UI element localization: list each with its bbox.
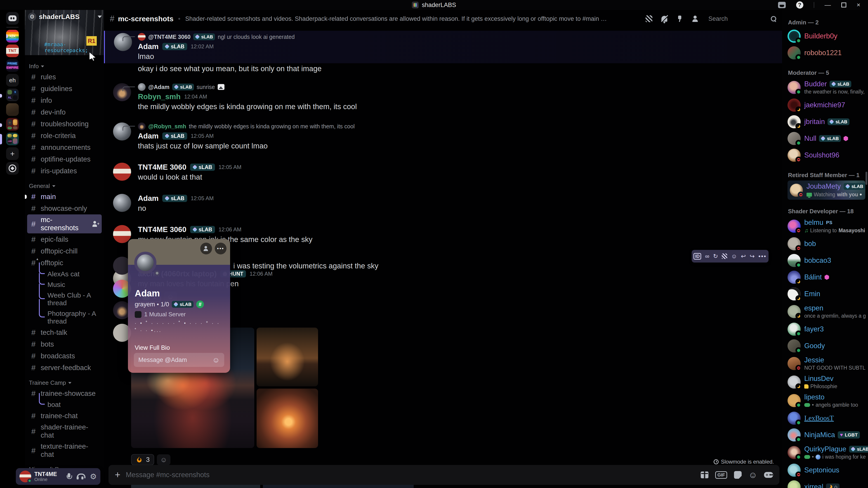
member-row[interactable]: robobo1221 [787, 44, 866, 61]
server-folder-2[interactable]: ☺ [6, 118, 19, 131]
create-invite-icon[interactable] [92, 221, 99, 227]
message[interactable]: okay i do see what you mean, but its onl… [104, 63, 782, 74]
add-reaction-button[interactable]: ☺ [157, 454, 170, 465]
avatar[interactable] [113, 225, 131, 243]
more-actions-icon[interactable]: ••• [758, 253, 767, 260]
avatar[interactable] [113, 194, 131, 212]
reaction-fire[interactable]: 3 [131, 454, 154, 465]
server-icon-pride-code[interactable]: </> [6, 30, 19, 42]
channel-announcements[interactable]: #announcements [27, 142, 102, 153]
channel-texture-trainee-chat[interactable]: #texture-trainee-chat [27, 441, 102, 460]
server-header[interactable]: ⚙ shaderLABS [28, 13, 102, 21]
member-list-icon[interactable] [692, 15, 700, 22]
settings-gear-icon[interactable]: ⚙ [90, 472, 97, 481]
channel-iris-updates[interactable]: #iris-updates [27, 165, 102, 177]
server-icon-tnt[interactable]: TNT [6, 44, 19, 57]
member-row[interactable]: jaekmichie97 [787, 97, 866, 113]
message-author[interactable]: Adam [138, 42, 159, 51]
profile-message-input[interactable]: Message @Adam ☺ [134, 353, 224, 367]
member-row[interactable]: Goody [787, 337, 866, 354]
add-friend-icon[interactable] [200, 242, 212, 254]
member-row[interactable]: Bálint [787, 269, 866, 286]
member-row[interactable]: bob [787, 235, 866, 252]
server-icon-prime-empire[interactable]: PRIMEEMPIRE [6, 59, 19, 72]
microphone-icon[interactable] [66, 473, 71, 480]
message[interactable]: TNT4ME 3060 sLAB 12:05 AM would u look a… [104, 160, 782, 184]
channel-epic-fails[interactable]: #epic-fails [27, 234, 102, 245]
emoji-picker-icon[interactable]: ☺ [748, 470, 757, 479]
channel-main[interactable]: #main [27, 191, 102, 202]
sticker-icon[interactable] [734, 471, 742, 479]
channel-mc-screenshots[interactable]: #mc-screenshots [27, 215, 102, 233]
reply-author[interactable]: @Adam [148, 84, 169, 90]
create-thread-icon[interactable] [722, 254, 727, 259]
channel-guidelines[interactable]: #guidelines [27, 83, 102, 94]
minimize-button[interactable]: — [825, 1, 831, 8]
thread-boat[interactable]: boat [37, 399, 102, 410]
copy-id-icon[interactable]: ID [693, 253, 701, 260]
super-reaction-icon[interactable]: ↻ [713, 253, 718, 260]
mutual-servers[interactable]: 1 Mutual Server [135, 311, 186, 318]
maximize-button[interactable] [841, 2, 846, 7]
inbox-icon[interactable] [778, 2, 786, 8]
copy-link-icon[interactable]: ∞ [705, 253, 709, 260]
view-full-bio-link[interactable]: View Full Bio [135, 344, 170, 351]
member-row[interactable]: Soulshot96 [787, 147, 866, 164]
pinned-messages-icon[interactable] [676, 15, 683, 22]
member-row[interactable]: LexBoosT [787, 410, 866, 427]
activities-icon[interactable] [764, 472, 773, 478]
message[interactable]: @TNT4ME 3060 sLAB ngl ur clouds look ai … [104, 31, 782, 63]
member-row[interactable]: Null sLAB [787, 130, 866, 147]
thread-music[interactable]: Music [37, 280, 102, 290]
member-row[interactable]: Builderb0y [787, 28, 866, 44]
server-folder-shaderlabs[interactable]: LABS [6, 133, 19, 145]
member-row[interactable]: Budder sLAB the weather is now, finally,… [787, 78, 866, 97]
member-row[interactable]: jbritain sLAB [787, 113, 866, 130]
notifications-muted-icon[interactable] [661, 16, 667, 22]
channel-dev-info[interactable]: #dev-info [27, 106, 102, 118]
message-author[interactable]: Robyn_smh [138, 92, 181, 101]
channel-bots[interactable]: #bots [27, 338, 102, 350]
message-composer[interactable]: + Message #mc-screenshots GIF ☺ [108, 465, 779, 485]
channel-info[interactable]: #info [27, 95, 102, 106]
server-icon-eh[interactable]: eh [6, 74, 19, 87]
reply-context[interactable]: @TNT4ME 3060 sLAB ngl ur clouds look ai … [138, 33, 775, 41]
server-folder-1[interactable]: 9 AL [6, 89, 19, 101]
user-panel[interactable]: TNT4ME Online ⚙ [16, 468, 100, 485]
server-icon-basement[interactable] [6, 103, 19, 116]
member-row[interactable]: xirreal ◇ [787, 479, 866, 488]
reply-context[interactable]: @Adam sLAB sunrise [138, 83, 775, 91]
member-row[interactable]: belmuPS ♫Listening to Masayoshi Takan... [787, 217, 866, 235]
channel-offtopic-chill[interactable]: #offtopic-chill [27, 246, 102, 257]
user-avatar[interactable] [20, 470, 31, 482]
channel-shader-trainee-chat[interactable]: #shader-trainee-chat [27, 422, 102, 441]
reply-context[interactable]: @Robyn_smh the mildly wobbly edges is ki… [138, 122, 775, 131]
member-row[interactable]: lipesto •angels gamble too [787, 391, 866, 410]
thread-weeb-club[interactable]: Weeb Club - A thread [37, 290, 102, 308]
member-row[interactable]: bobcao3 [787, 252, 866, 269]
forward-icon[interactable]: ↪ [749, 253, 754, 260]
channel-broadcasts[interactable]: #broadcasts [27, 350, 102, 362]
channel-tech-talk[interactable]: #tech-talk [27, 327, 102, 338]
thread-alexas-cat[interactable]: AlexAs cat [37, 269, 102, 279]
member-row[interactable]: fayer3 [787, 321, 866, 337]
channel-rules[interactable]: #rules [27, 71, 102, 83]
reply-author[interactable]: @TNT4ME 3060 [148, 34, 191, 40]
message-author[interactable]: Adam [138, 132, 159, 140]
attach-plus-icon[interactable]: + [115, 469, 121, 480]
channel-optifine-updates[interactable]: #optifine-updates [27, 153, 102, 165]
member-row[interactable]: LinusDev Philosophie [787, 373, 866, 391]
reply-author[interactable]: @Robyn_smh [148, 123, 186, 130]
member-row-joubamety[interactable]: JoubaMety sLAB Watching with you [787, 181, 865, 200]
section-general[interactable]: General [29, 183, 102, 190]
help-icon[interactable]: ? [796, 1, 803, 8]
profile-avatar[interactable] [134, 252, 156, 274]
thread-photography[interactable]: Photography - A thread [37, 308, 102, 326]
scrollbar-thumb[interactable] [866, 172, 867, 185]
message[interactable]: @Robyn_smh the mildly wobbly edges is ki… [104, 120, 782, 153]
explore-servers-button[interactable] [6, 162, 19, 175]
gif-picker-icon[interactable]: GIF [715, 471, 727, 479]
member-row[interactable]: Jessie NOT GOOD WITH SUBTLETY PL... [787, 354, 866, 373]
channel-server-feedback[interactable]: #server-feedback [27, 362, 102, 373]
member-row[interactable]: espen once a gremlin, always a gremlin [787, 302, 866, 321]
